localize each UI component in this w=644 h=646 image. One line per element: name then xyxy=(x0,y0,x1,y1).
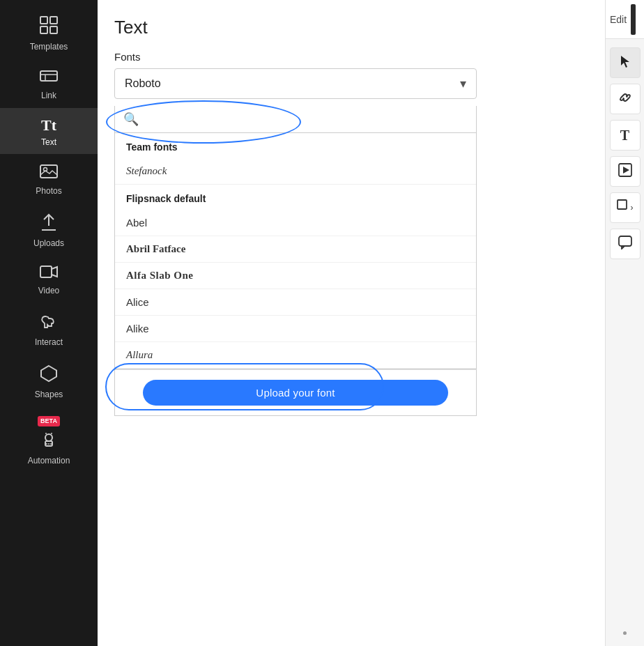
font-item-abel[interactable]: Abel xyxy=(115,210,476,236)
svg-marker-11 xyxy=(41,366,56,381)
svg-rect-0 xyxy=(40,17,47,24)
sidebar-item-shapes[interactable]: Shapes xyxy=(0,355,98,406)
sidebar-item-label-video: Video xyxy=(38,286,59,295)
upload-font-button[interactable]: Upload your font xyxy=(143,380,447,406)
uploads-icon xyxy=(40,213,57,234)
search-input[interactable] xyxy=(144,114,468,125)
sidebar-item-uploads[interactable]: Uploads xyxy=(0,203,98,255)
svg-rect-7 xyxy=(40,165,57,178)
upload-section: Upload your font xyxy=(114,369,477,416)
small-dot xyxy=(623,631,627,635)
font-dropdown[interactable]: Roboto ▾ xyxy=(114,68,477,99)
font-item-stefanock[interactable]: Stefanock xyxy=(115,158,476,185)
svg-rect-21 xyxy=(618,200,627,209)
sidebar-item-label-shapes: Shapes xyxy=(35,390,63,399)
sidebar-item-label-link: Link xyxy=(41,91,56,100)
edit-label: Edit xyxy=(610,14,627,25)
sidebar-item-label-uploads: Uploads xyxy=(33,238,64,248)
video-icon xyxy=(40,265,58,282)
text-t-icon: T xyxy=(620,128,629,144)
link-icon xyxy=(40,68,58,86)
beta-badge: BETA xyxy=(38,416,60,426)
font-item-alice[interactable]: Alice xyxy=(115,289,476,316)
shapes-tool-button[interactable]: › xyxy=(610,192,641,223)
svg-point-12 xyxy=(45,434,52,441)
svg-rect-1 xyxy=(50,17,57,24)
font-item-allura[interactable]: Allura xyxy=(115,342,476,369)
team-fonts-header: Team fonts xyxy=(115,133,476,158)
chevron-right-icon: › xyxy=(631,203,634,213)
automation-icon xyxy=(40,431,58,452)
svg-rect-2 xyxy=(40,26,47,33)
dark-square-button[interactable] xyxy=(631,4,636,35)
comment-icon xyxy=(618,236,632,253)
text-icon: Tt xyxy=(41,118,56,133)
sidebar-item-label-templates: Templates xyxy=(30,42,68,52)
link-chain-icon xyxy=(618,91,632,108)
search-icon: 🔍 xyxy=(123,111,139,127)
cursor-tool-button[interactable] xyxy=(610,47,641,78)
chevron-down-icon: ▾ xyxy=(460,76,466,91)
shapes-tool-icon xyxy=(617,199,631,217)
sidebar-item-link[interactable]: Link xyxy=(0,59,98,107)
sidebar-item-text[interactable]: Tt Text xyxy=(0,108,98,154)
sidebar-item-label-photos: Photos xyxy=(36,186,61,196)
svg-marker-20 xyxy=(623,167,629,174)
sidebar-item-photos[interactable]: Photos xyxy=(0,154,98,203)
sidebar-item-label-text: Text xyxy=(41,137,56,147)
comment-tool-button[interactable] xyxy=(610,229,641,259)
right-tools: T › xyxy=(606,39,644,261)
search-input-wrap: 🔍 xyxy=(114,106,477,133)
flipsnack-default-header: Flipsnack default xyxy=(115,185,476,210)
shapes-icon xyxy=(40,364,58,385)
templates-icon xyxy=(39,15,59,38)
play-icon xyxy=(618,163,632,180)
font-item-alfa-slab-one[interactable]: Alfa Slab One xyxy=(115,263,476,289)
video-tool-button[interactable] xyxy=(610,156,641,187)
photos-icon xyxy=(40,164,58,182)
sidebar-item-video[interactable]: Video xyxy=(0,255,98,302)
cursor-icon xyxy=(620,54,631,72)
page-title: Text xyxy=(114,17,588,38)
svg-rect-4 xyxy=(40,71,57,81)
sidebar-item-label-interact: Interact xyxy=(35,337,63,347)
search-container: 🔍 xyxy=(114,106,477,133)
fonts-label: Fonts xyxy=(114,51,588,63)
main-panel: Text Fonts Roboto ▾ 🔍 Team fonts Stefano… xyxy=(98,0,605,646)
selected-font-label: Roboto xyxy=(125,77,161,90)
svg-rect-22 xyxy=(619,236,631,246)
sidebar-item-label-automation: Automation xyxy=(28,456,70,466)
sidebar-item-templates[interactable]: Templates xyxy=(0,6,98,59)
interact-icon xyxy=(40,312,58,333)
text-tool-button[interactable]: T xyxy=(610,120,641,151)
font-item-abril-fatface[interactable]: Abril Fatface xyxy=(115,236,476,263)
font-item-alike[interactable]: Alike xyxy=(115,316,476,342)
right-panel: Edit T xyxy=(605,0,644,646)
sidebar-item-interact[interactable]: Interact xyxy=(0,302,98,354)
link-tool-button[interactable] xyxy=(610,84,641,114)
svg-rect-10 xyxy=(40,266,52,277)
font-list: Team fonts Stefanock Flipsnack default A… xyxy=(114,133,477,369)
svg-rect-3 xyxy=(50,26,57,33)
sidebar-item-automation[interactable]: BETA Automation xyxy=(0,406,98,472)
sidebar: Templates Link Tt Text Photos xyxy=(0,0,98,646)
